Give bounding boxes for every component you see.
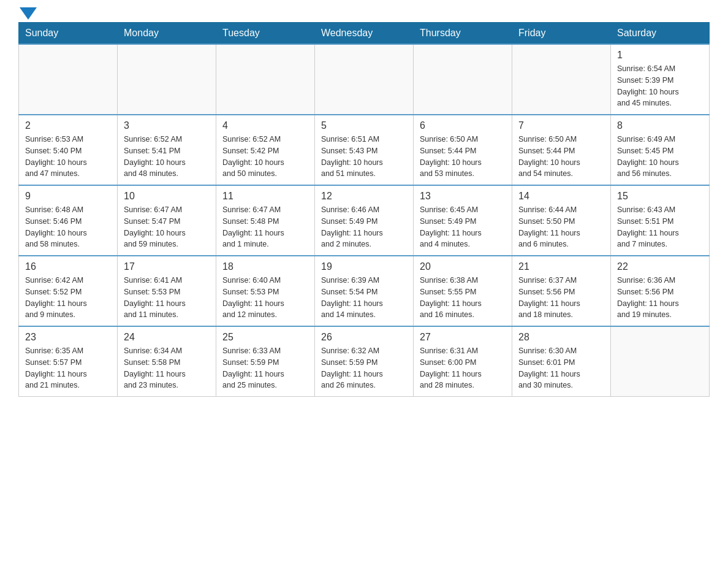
day-info: Sunrise: 6:45 AMSunset: 5:49 PMDaylight:… [420,204,506,250]
day-info: Sunrise: 6:36 AMSunset: 5:56 PMDaylight:… [617,275,703,321]
day-info: Sunrise: 6:47 AMSunset: 5:47 PMDaylight:… [124,204,210,250]
calendar-week-row: 2Sunrise: 6:53 AMSunset: 5:40 PMDaylight… [19,115,710,185]
day-info: Sunrise: 6:30 AMSunset: 6:01 PMDaylight:… [518,345,604,391]
day-info: Sunrise: 6:46 AMSunset: 5:49 PMDaylight:… [321,204,407,250]
day-number: 19 [321,261,407,272]
calendar-cell: 19Sunrise: 6:39 AMSunset: 5:54 PMDayligh… [315,256,414,326]
day-info: Sunrise: 6:44 AMSunset: 5:50 PMDaylight:… [518,204,604,250]
calendar-cell: 26Sunrise: 6:32 AMSunset: 5:59 PMDayligh… [315,326,414,397]
calendar-cell: 13Sunrise: 6:45 AMSunset: 5:49 PMDayligh… [414,185,512,256]
day-info: Sunrise: 6:48 AMSunset: 5:46 PMDaylight:… [25,204,111,250]
day-number: 27 [420,332,506,343]
day-info: Sunrise: 6:41 AMSunset: 5:53 PMDaylight:… [124,275,210,321]
weekday-header-row: SundayMondayTuesdayWednesdayThursdayFrid… [19,23,710,45]
day-number: 17 [124,261,210,272]
calendar-cell: 20Sunrise: 6:38 AMSunset: 5:55 PMDayligh… [414,256,512,326]
day-number: 2 [25,120,111,131]
day-info: Sunrise: 6:40 AMSunset: 5:53 PMDaylight:… [222,275,308,321]
calendar-cell: 11Sunrise: 6:47 AMSunset: 5:48 PMDayligh… [216,185,315,256]
calendar-cell: 22Sunrise: 6:36 AMSunset: 5:56 PMDayligh… [611,256,710,326]
day-number: 8 [617,120,703,131]
calendar-cell: 15Sunrise: 6:43 AMSunset: 5:51 PMDayligh… [611,185,710,256]
day-number: 23 [25,332,111,343]
day-number: 20 [420,261,506,272]
day-number: 7 [518,120,604,131]
calendar-cell: 18Sunrise: 6:40 AMSunset: 5:53 PMDayligh… [216,256,315,326]
weekday-header-monday: Monday [118,23,216,45]
weekday-header-friday: Friday [512,23,611,45]
day-number: 18 [222,261,308,272]
calendar-week-row: 23Sunrise: 6:35 AMSunset: 5:57 PMDayligh… [19,326,710,397]
day-info: Sunrise: 6:53 AMSunset: 5:40 PMDaylight:… [25,134,111,180]
calendar-cell: 8Sunrise: 6:49 AMSunset: 5:45 PMDaylight… [611,115,710,185]
weekday-header-tuesday: Tuesday [216,23,315,45]
calendar-cell: 23Sunrise: 6:35 AMSunset: 5:57 PMDayligh… [19,326,118,397]
day-number: 15 [617,191,703,202]
day-number: 16 [25,261,111,272]
day-info: Sunrise: 6:52 AMSunset: 5:42 PMDaylight:… [222,134,308,180]
calendar-week-row: 16Sunrise: 6:42 AMSunset: 5:52 PMDayligh… [19,256,710,326]
calendar-cell: 17Sunrise: 6:41 AMSunset: 5:53 PMDayligh… [118,256,216,326]
logo [18,12,37,16]
day-info: Sunrise: 6:39 AMSunset: 5:54 PMDaylight:… [321,275,407,321]
calendar-week-row: 1Sunrise: 6:54 AMSunset: 5:39 PMDaylight… [19,44,710,115]
calendar-table: SundayMondayTuesdayWednesdayThursdayFrid… [18,22,710,397]
weekday-header-saturday: Saturday [611,23,710,45]
day-info: Sunrise: 6:43 AMSunset: 5:51 PMDaylight:… [617,204,703,250]
calendar-cell [118,44,216,115]
day-info: Sunrise: 6:34 AMSunset: 5:58 PMDaylight:… [124,345,210,391]
calendar-cell: 6Sunrise: 6:50 AMSunset: 5:44 PMDaylight… [414,115,512,185]
day-number: 9 [25,191,111,202]
calendar-cell [19,44,118,115]
page-header [18,12,710,16]
calendar-cell: 25Sunrise: 6:33 AMSunset: 5:59 PMDayligh… [216,326,315,397]
calendar-week-row: 9Sunrise: 6:48 AMSunset: 5:46 PMDaylight… [19,185,710,256]
day-number: 10 [124,191,210,202]
day-info: Sunrise: 6:33 AMSunset: 5:59 PMDaylight:… [222,345,308,391]
day-number: 26 [321,332,407,343]
day-info: Sunrise: 6:31 AMSunset: 6:00 PMDaylight:… [420,345,506,391]
calendar-cell: 28Sunrise: 6:30 AMSunset: 6:01 PMDayligh… [512,326,611,397]
day-info: Sunrise: 6:32 AMSunset: 5:59 PMDaylight:… [321,345,407,391]
calendar-cell: 4Sunrise: 6:52 AMSunset: 5:42 PMDaylight… [216,115,315,185]
day-info: Sunrise: 6:38 AMSunset: 5:55 PMDaylight:… [420,275,506,321]
calendar-cell: 16Sunrise: 6:42 AMSunset: 5:52 PMDayligh… [19,256,118,326]
day-number: 1 [617,50,703,61]
calendar-cell [414,44,512,115]
calendar-cell: 2Sunrise: 6:53 AMSunset: 5:40 PMDaylight… [19,115,118,185]
calendar-cell [315,44,414,115]
calendar-cell: 21Sunrise: 6:37 AMSunset: 5:56 PMDayligh… [512,256,611,326]
logo-triangle-icon [20,7,37,20]
calendar-cell [512,44,611,115]
calendar-cell: 3Sunrise: 6:52 AMSunset: 5:41 PMDaylight… [118,115,216,185]
day-info: Sunrise: 6:54 AMSunset: 5:39 PMDaylight:… [617,63,703,109]
calendar-cell: 27Sunrise: 6:31 AMSunset: 6:00 PMDayligh… [414,326,512,397]
day-number: 6 [420,120,506,131]
day-number: 24 [124,332,210,343]
calendar-cell: 7Sunrise: 6:50 AMSunset: 5:44 PMDaylight… [512,115,611,185]
day-number: 28 [518,332,604,343]
calendar-cell [216,44,315,115]
day-info: Sunrise: 6:47 AMSunset: 5:48 PMDaylight:… [222,204,308,250]
weekday-header-sunday: Sunday [19,23,118,45]
calendar-cell: 14Sunrise: 6:44 AMSunset: 5:50 PMDayligh… [512,185,611,256]
day-info: Sunrise: 6:51 AMSunset: 5:43 PMDaylight:… [321,134,407,180]
calendar-cell: 5Sunrise: 6:51 AMSunset: 5:43 PMDaylight… [315,115,414,185]
day-number: 21 [518,261,604,272]
day-info: Sunrise: 6:37 AMSunset: 5:56 PMDaylight:… [518,275,604,321]
day-info: Sunrise: 6:50 AMSunset: 5:44 PMDaylight:… [420,134,506,180]
day-number: 13 [420,191,506,202]
day-number: 5 [321,120,407,131]
day-info: Sunrise: 6:50 AMSunset: 5:44 PMDaylight:… [518,134,604,180]
day-number: 14 [518,191,604,202]
calendar-cell: 24Sunrise: 6:34 AMSunset: 5:58 PMDayligh… [118,326,216,397]
day-number: 22 [617,261,703,272]
calendar-cell: 12Sunrise: 6:46 AMSunset: 5:49 PMDayligh… [315,185,414,256]
day-number: 11 [222,191,308,202]
day-number: 3 [124,120,210,131]
calendar-cell: 9Sunrise: 6:48 AMSunset: 5:46 PMDaylight… [19,185,118,256]
weekday-header-wednesday: Wednesday [315,23,414,45]
day-info: Sunrise: 6:52 AMSunset: 5:41 PMDaylight:… [124,134,210,180]
calendar-cell [611,326,710,397]
weekday-header-thursday: Thursday [414,23,512,45]
